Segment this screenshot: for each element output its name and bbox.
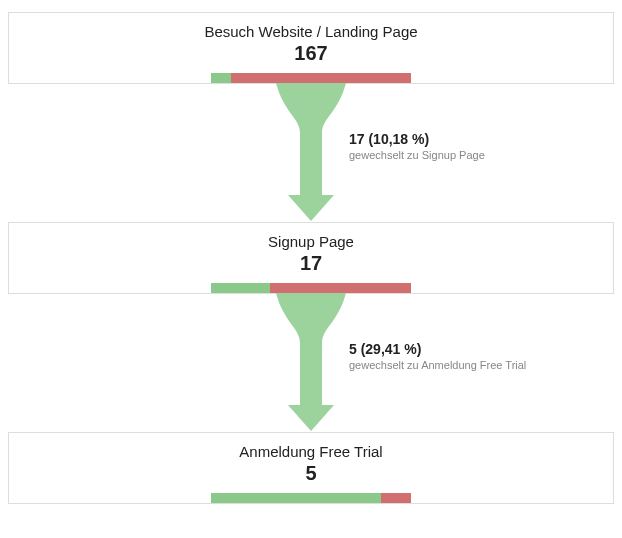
stage-value: 167 — [21, 42, 601, 65]
bar-converted — [211, 73, 231, 83]
stage-label: Anmeldung Free Trial — [21, 443, 601, 460]
conversion-bar — [211, 283, 411, 293]
funnel-stage: Anmeldung Free Trial 5 — [8, 432, 614, 504]
stage-label: Signup Page — [21, 233, 601, 250]
bar-converted — [211, 493, 381, 503]
stage-value: 5 — [21, 462, 601, 485]
transition-text: 5 (29,41 %) gewechselt zu Anmeldung Free… — [349, 341, 526, 372]
funnel-transition: 5 (29,41 %) gewechselt zu Anmeldung Free… — [8, 293, 614, 433]
bar-converted — [211, 283, 270, 293]
transition-sub: gewechselt zu Signup Page — [349, 149, 485, 163]
funnel-stage: Signup Page 17 — [8, 222, 614, 294]
conversion-bar — [211, 73, 411, 83]
stage-label: Besuch Website / Landing Page — [21, 23, 601, 40]
stage-value: 17 — [21, 252, 601, 275]
funnel-arrow-icon — [276, 293, 346, 433]
funnel-stage: Besuch Website / Landing Page 167 — [8, 12, 614, 84]
transition-count: 17 (10,18 %) — [349, 131, 485, 149]
bar-dropped — [231, 73, 411, 83]
transition-count: 5 (29,41 %) — [349, 341, 526, 359]
transition-sub: gewechselt zu Anmeldung Free Trial — [349, 359, 526, 373]
transition-text: 17 (10,18 %) gewechselt zu Signup Page — [349, 131, 485, 162]
bar-dropped — [381, 493, 411, 503]
bar-dropped — [270, 283, 411, 293]
conversion-bar — [211, 493, 411, 503]
funnel-arrow-icon — [276, 83, 346, 223]
funnel-transition: 17 (10,18 %) gewechselt zu Signup Page — [8, 83, 614, 223]
